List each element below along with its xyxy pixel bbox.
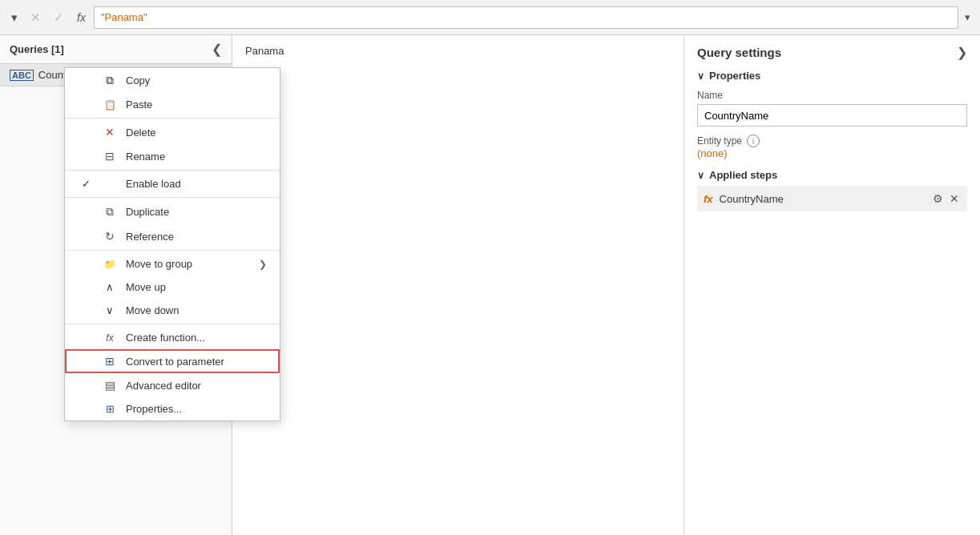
duplicate-icon — [102, 205, 118, 219]
applied-steps-section: ∨ Applied steps fx CountryName ⚙ ✕ — [697, 169, 967, 211]
expand-icon: ▾ — [11, 10, 18, 25]
menu-label-rename: Rename — [126, 151, 267, 163]
menu-item-convert-to-parameter[interactable]: Convert to parameter — [65, 349, 280, 373]
step-delete-button[interactable]: ✕ — [948, 191, 961, 207]
step-item-countryname[interactable]: fx CountryName ⚙ ✕ — [697, 186, 967, 211]
panel-expand-icon: ❯ — [957, 46, 967, 59]
menu-item-reference[interactable]: Reference — [65, 224, 280, 248]
cancel-icon: ✕ — [30, 10, 41, 25]
step-settings-button[interactable]: ⚙ — [931, 191, 945, 207]
menu-label-copy: Copy — [126, 74, 267, 86]
toolbar: ▾ ✕ ✓ fx "Panama" ▾ — [0, 0, 980, 35]
abc-icon: ABC — [10, 70, 34, 81]
name-label: Name — [697, 90, 967, 101]
advanced-icon — [102, 379, 118, 392]
menu-item-move-down[interactable]: Move down — [65, 299, 280, 322]
sidebar-collapse-button[interactable]: ❮ — [212, 42, 222, 57]
menu-item-rename[interactable]: Rename — [65, 144, 280, 168]
formula-bar[interactable]: "Panama" — [94, 6, 958, 29]
divider-1 — [65, 118, 280, 119]
applied-steps-title-label: Applied steps — [709, 169, 777, 181]
menu-item-move-up[interactable]: Move up — [65, 276, 280, 299]
menu-label-move-up: Move up — [126, 281, 267, 293]
arrow-icon: ❯ — [259, 259, 267, 270]
cancel-button[interactable]: ✕ — [26, 7, 46, 28]
confirm-button[interactable]: ✓ — [49, 7, 69, 28]
entity-type-row: Entity type i — [697, 135, 967, 147]
delete-icon — [102, 126, 118, 139]
menu-item-advanced-editor[interactable]: Advanced editor — [65, 373, 280, 397]
fx-icon — [102, 332, 118, 344]
rename-icon — [102, 150, 118, 163]
convert-icon — [102, 355, 118, 368]
menu-item-enable-load[interactable]: ✓ Enable load — [65, 172, 280, 195]
name-field-container: Name — [697, 90, 967, 127]
collapse-icon: ❮ — [212, 42, 222, 56]
fx-label: fx — [72, 11, 91, 24]
divider-4 — [65, 250, 280, 251]
name-input[interactable] — [697, 104, 967, 127]
menu-label-create-function: Create function... — [126, 332, 267, 344]
menu-label-properties: Properties... — [126, 403, 267, 415]
folder-icon — [102, 259, 118, 270]
confirm-icon: ✓ — [54, 10, 64, 25]
step-actions: ⚙ ✕ — [931, 191, 961, 207]
properties-title-label: Properties — [709, 70, 760, 82]
down-icon — [102, 304, 118, 316]
divider-3 — [65, 197, 280, 198]
properties-chevron: ∨ — [697, 70, 704, 82]
sidebar-title: Queries [1] — [10, 43, 64, 55]
menu-item-paste[interactable]: Paste — [65, 93, 280, 116]
entity-type-info-icon[interactable]: i — [747, 135, 760, 147]
dropdown-icon: ▾ — [965, 11, 970, 23]
sidebar: Queries [1] ❮ ABC CountryName Copy Paste — [0, 35, 232, 535]
menu-item-delete[interactable]: Delete — [65, 120, 280, 144]
properties-icon — [102, 403, 118, 415]
menu-label-duplicate: Duplicate — [126, 206, 267, 218]
menu-item-properties[interactable]: Properties... — [65, 397, 280, 420]
entity-type-value: (none) — [697, 147, 967, 159]
menu-label-convert-to-parameter: Convert to parameter — [126, 356, 267, 368]
menu-label-delete: Delete — [126, 127, 267, 139]
panel-title: Query settings — [697, 46, 781, 59]
step-delete-icon: ✕ — [950, 192, 959, 205]
menu-label-move-down: Move down — [126, 304, 267, 316]
menu-item-move-to-group[interactable]: Move to group ❯ — [65, 252, 280, 276]
reference-icon — [102, 230, 118, 243]
menu-label-advanced-editor: Advanced editor — [126, 380, 267, 392]
properties-section: ∨ Properties Name Entity type i (none) — [697, 70, 967, 159]
divider-5 — [65, 324, 280, 324]
copy-icon — [102, 74, 118, 87]
sidebar-header: Queries [1] ❮ — [0, 35, 232, 64]
menu-label-paste: Paste — [126, 99, 267, 111]
expand-button[interactable]: ▾ — [6, 7, 22, 28]
content-area: Panama — [232, 35, 684, 535]
formula-value: "Panama" — [101, 11, 147, 23]
paste-icon — [102, 99, 118, 111]
divider-2 — [65, 170, 280, 171]
checkmark-enable-load: ✓ — [78, 178, 94, 190]
step-name-countryname: CountryName — [720, 193, 925, 205]
menu-item-duplicate[interactable]: Duplicate — [65, 199, 280, 224]
applied-steps-section-title[interactable]: ∨ Applied steps — [697, 169, 967, 181]
entity-type-label: Entity type — [697, 135, 742, 147]
menu-item-copy[interactable]: Copy — [65, 68, 280, 93]
panel-expand-button[interactable]: ❯ — [957, 45, 967, 60]
right-panel: Query settings ❯ ∨ Properties Name Entit… — [684, 35, 980, 535]
panel-header: Query settings ❯ — [697, 45, 967, 60]
menu-item-create-function[interactable]: Create function... — [65, 326, 280, 349]
entity-type-container: Entity type i (none) — [697, 135, 967, 159]
menu-label-enable-load: Enable load — [126, 178, 267, 190]
content-value: Panama — [245, 45, 671, 57]
context-menu: Copy Paste Delete Rename — [64, 67, 280, 421]
settings-icon: ⚙ — [933, 192, 943, 205]
main-layout: Queries [1] ❮ ABC CountryName Copy Paste — [0, 35, 980, 535]
menu-label-reference: Reference — [126, 231, 267, 243]
properties-section-title[interactable]: ∨ Properties — [697, 70, 967, 82]
menu-label-move-to-group: Move to group — [126, 258, 251, 270]
applied-steps-chevron: ∨ — [697, 170, 704, 181]
step-fx-label: fx — [704, 193, 713, 205]
formula-dropdown-button[interactable]: ▾ — [962, 11, 974, 23]
up-icon — [102, 281, 118, 293]
